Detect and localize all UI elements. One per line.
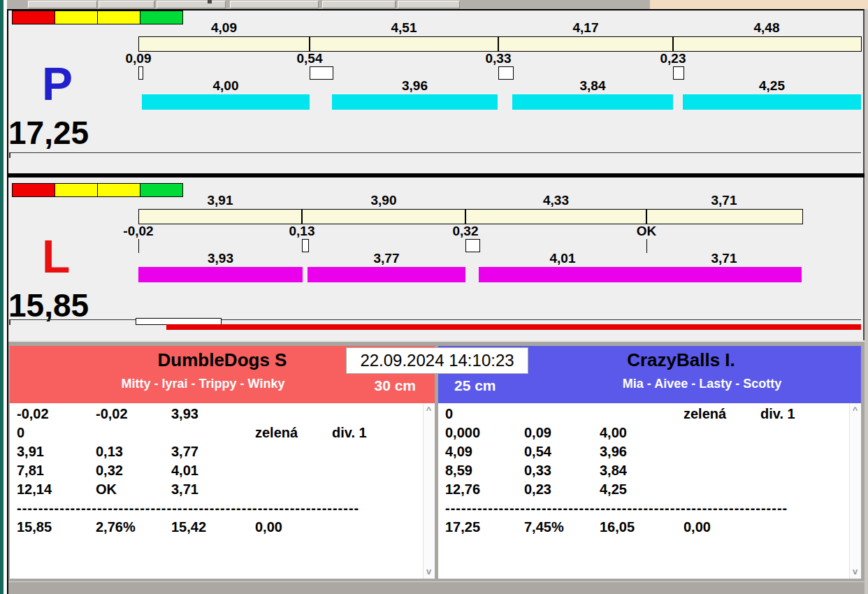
scrollbar[interactable]: ^ v <box>849 403 861 579</box>
result-cell: -0,02 <box>17 405 49 423</box>
result-row: -0,02-0,023,93 <box>10 405 424 423</box>
leg-bar <box>308 267 465 282</box>
lane-letter: P <box>42 61 73 107</box>
offset-marker-line <box>138 239 139 253</box>
result-row: 4,090,543,96 <box>438 442 850 461</box>
result-cell: 0,13 <box>96 442 123 461</box>
start-light <box>12 10 55 24</box>
background-toolbar <box>7 0 650 10</box>
result-cell: 4,01 <box>171 461 198 480</box>
scroll-down-arrow[interactable]: v <box>850 566 860 577</box>
result-row: 0zelenádiv. 1 <box>10 423 424 442</box>
result-row: 7,810,324,01 <box>10 461 424 480</box>
split-track <box>138 209 803 224</box>
result-cell: div. 1 <box>760 405 795 423</box>
start-light <box>55 10 98 24</box>
team-dogs: Mitty - lyrai - Trippy - Winky <box>10 371 435 391</box>
run-total-time: 15,85 <box>8 289 89 321</box>
summary-row: 15,852,76%15,420,00 <box>10 518 424 537</box>
team-results-table-left: -0,02-0,023,930zelenádiv. 13,910,133,777… <box>10 403 435 579</box>
offset-label: 0,33 <box>467 52 530 65</box>
result-cell: 3,71 <box>171 480 198 499</box>
leg-bar <box>646 267 802 282</box>
result-cell: div. 1 <box>332 423 367 442</box>
window-bottom-strip <box>8 581 865 594</box>
offset-box <box>138 66 143 80</box>
offset-label: 0,09 <box>107 52 170 65</box>
start-light <box>98 10 140 24</box>
result-row: 8,590,333,84 <box>438 461 850 480</box>
scroll-down-arrow[interactable]: v <box>424 566 434 577</box>
result-cell: 0,23 <box>524 480 551 499</box>
offset-label: OK <box>615 224 678 238</box>
summary-cell: 7,45% <box>524 518 564 537</box>
result-cell: 0,09 <box>524 423 551 442</box>
toolbar-segment[interactable] <box>398 1 460 8</box>
split-tick <box>465 209 466 224</box>
start-light <box>98 183 140 197</box>
result-cell: 4,25 <box>600 480 627 499</box>
leg-time-label: 4,25 <box>683 79 861 92</box>
result-cell: 12,76 <box>445 480 480 499</box>
scrollbar[interactable]: ^ v <box>423 403 435 579</box>
split-time-label: 3,90 <box>302 194 465 207</box>
scroll-up-arrow[interactable]: ^ <box>424 405 434 416</box>
summary-cell: 15,85 <box>17 518 52 537</box>
leg-time-label: 3,84 <box>512 79 673 92</box>
summary-row: 17,257,45%16,050,00 <box>438 518 850 537</box>
leg-time-label: 3,93 <box>138 252 303 265</box>
lane-letter: L <box>42 233 70 280</box>
toolbar-segment[interactable] <box>322 1 396 8</box>
offset-box <box>310 66 333 80</box>
result-cell: 3,93 <box>171 405 198 423</box>
offset-box <box>498 66 514 80</box>
result-cell: 8,59 <box>445 461 472 480</box>
offset-label: 0,23 <box>642 52 704 65</box>
team-dogs: Mia - Aivee - Lasty - Scotty <box>438 371 861 391</box>
result-cell: 0 <box>17 423 24 442</box>
run-row-L: L15,853,91-0,023,933,900,133,774,330,324… <box>0 183 868 295</box>
offset-label: -0,02 <box>107 224 170 238</box>
split-time-label: 3,91 <box>138 194 302 207</box>
result-cell: 0,33 <box>524 461 551 480</box>
leg-bar <box>332 94 498 110</box>
split-time-label: 4,09 <box>138 21 310 34</box>
result-cell: 3,96 <box>600 442 627 461</box>
result-cell: 0,54 <box>524 442 551 461</box>
result-cell: 3,77 <box>171 442 198 461</box>
timing-scoreboard-window: P17,254,090,094,004,510,543,964,170,333,… <box>0 0 868 594</box>
result-cell: 7,81 <box>17 461 44 480</box>
team-panel-left: DumbleDogs S Mitty - lyrai - Trippy - Wi… <box>10 346 435 579</box>
background-desktop-area <box>650 0 868 9</box>
panel-separator <box>8 173 865 178</box>
separator-row: ----------------------------------------… <box>438 499 850 518</box>
run-total-time: 17,25 <box>8 117 89 149</box>
result-cell: 0,000 <box>445 423 480 442</box>
summary-cell: 0,00 <box>255 518 282 537</box>
toolbar-segment[interactable] <box>157 1 226 8</box>
offset-label: 0,13 <box>270 224 333 238</box>
toolbar-segment[interactable] <box>99 1 154 8</box>
scroll-up-arrow[interactable]: ^ <box>850 405 860 416</box>
summary-cell: 0,00 <box>683 518 711 537</box>
toolbar-segment[interactable] <box>230 1 319 8</box>
result-cell: zelená <box>255 423 298 442</box>
offset-box <box>465 239 480 252</box>
split-tick <box>301 209 303 224</box>
separator-row: ----------------------------------------… <box>10 499 424 518</box>
leg-time-label: 4,00 <box>142 79 310 92</box>
leg-bar <box>512 94 673 110</box>
result-cell: 3,91 <box>17 442 44 461</box>
run-p-baseline-tick <box>9 152 10 158</box>
toolbar-segment[interactable] <box>28 1 97 8</box>
jump-height-badge: 30 cm <box>374 377 416 394</box>
team-results-table-right: 0zelenádiv. 10,0000,094,004,090,543,968,… <box>438 403 861 579</box>
result-row: 12,760,234,25 <box>438 480 850 499</box>
start-light <box>55 183 98 197</box>
split-time-label: 3,71 <box>646 194 802 207</box>
split-tick <box>646 209 647 224</box>
result-cell: 4,09 <box>445 442 472 461</box>
result-cell: -0,02 <box>96 405 128 423</box>
result-row: 3,910,133,77 <box>10 442 424 461</box>
offset-label: 0,32 <box>434 224 497 238</box>
